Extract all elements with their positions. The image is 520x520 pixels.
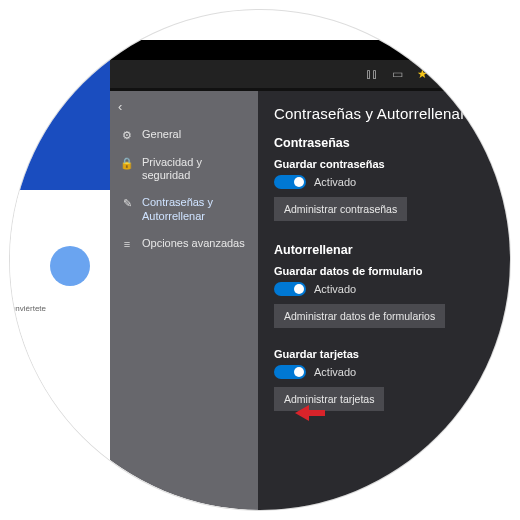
background-avatar-dot <box>50 246 90 286</box>
save-passwords-label: Guardar contraseñas <box>274 158 510 170</box>
favorite-star-icon[interactable]: ★ <box>417 67 428 81</box>
manage-form-data-button[interactable]: Administrar datos de formularios <box>274 304 445 328</box>
autofill-heading: Autorrellenar <box>274 243 510 257</box>
library-icon[interactable]: ▭ <box>392 67 403 81</box>
save-cards-heading: Guardar tarjetas <box>274 348 510 360</box>
toggle-state-label: Activado <box>314 366 356 378</box>
save-cards-toggle[interactable] <box>274 365 306 379</box>
reading-view-icon[interactable]: ⫿⫿ <box>366 67 378 81</box>
window-titlebar <box>110 40 510 60</box>
sidebar-item-general[interactable]: ⚙ General <box>110 121 258 149</box>
sidebar-item-label: Opciones avanzadas <box>142 237 245 250</box>
background-banner <box>10 40 110 190</box>
save-form-data-toggle[interactable] <box>274 282 306 296</box>
settings-sidebar: ‹ ⚙ General 🔒 Privacidad y seguridad ✎ C… <box>110 91 258 510</box>
back-button[interactable]: ‹ <box>110 91 258 121</box>
sidebar-item-label: General <box>142 128 181 141</box>
background-link-text: onadas en <box>10 450 37 459</box>
save-passwords-toggle[interactable] <box>274 175 306 189</box>
settings-panel: Contraseñas y Autorrellenar Contraseñas … <box>258 91 510 510</box>
browser-toolbar: ⫿⫿ ▭ ★ ⊹ ✎ ⇪ <box>110 60 510 88</box>
share-icon[interactable]: ⇪ <box>490 67 500 81</box>
toggle-state-label: Activado <box>314 176 356 188</box>
notes-icon[interactable]: ✎ <box>466 67 476 81</box>
background-text: as y conviértete <box>10 304 46 313</box>
lock-icon: 🔒 <box>120 157 134 170</box>
sliders-icon: ≡ <box>120 238 134 250</box>
chevron-left-icon: ‹ <box>118 99 122 114</box>
save-form-data-label: Guardar datos de formulario <box>274 265 510 277</box>
sidebar-item-passwords-autofill[interactable]: ✎ Contraseñas y Autorrellenar <box>110 189 258 229</box>
manage-passwords-button[interactable]: Administrar contraseñas <box>274 197 407 221</box>
page-title: Contraseñas y Autorrellenar <box>274 105 510 122</box>
manage-cards-button[interactable]: Administrar tarjetas <box>274 387 384 411</box>
sidebar-item-advanced[interactable]: ≡ Opciones avanzadas <box>110 230 258 257</box>
gear-icon: ⚙ <box>120 129 134 142</box>
sidebar-item-privacy[interactable]: 🔒 Privacidad y seguridad <box>110 149 258 189</box>
passwords-heading: Contraseñas <box>274 136 510 150</box>
sidebar-item-label: Contraseñas y Autorrellenar <box>142 196 248 222</box>
autofill-icon: ✎ <box>120 197 134 210</box>
add-favorite-icon[interactable]: ⊹ <box>442 67 452 81</box>
background-input-outline <box>10 10 90 26</box>
toggle-state-label: Activado <box>314 283 356 295</box>
sidebar-item-label: Privacidad y seguridad <box>142 156 248 182</box>
